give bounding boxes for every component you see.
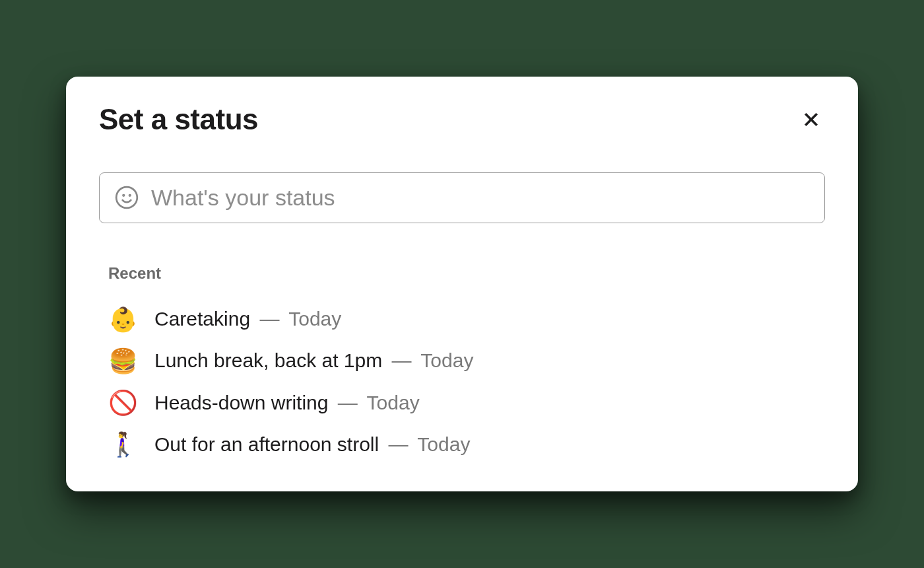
baby-icon: 👶 xyxy=(108,305,137,334)
svg-point-2 xyxy=(116,187,137,208)
recent-status-item[interactable]: 🍔 Lunch break, back at 1pm — Today xyxy=(99,340,825,382)
separator: — xyxy=(338,392,358,413)
emoji-picker-button[interactable] xyxy=(114,185,146,210)
close-button[interactable] xyxy=(797,106,825,133)
status-input[interactable] xyxy=(146,185,810,211)
recent-status-time: Today xyxy=(367,392,420,413)
recent-status-label: Caretaking xyxy=(154,308,250,330)
walking-icon: 🚶‍♀️ xyxy=(108,430,137,458)
recent-status-item[interactable]: 🚫 Heads-down writing — Today xyxy=(99,382,825,423)
recent-status-item[interactable]: 🚶‍♀️ Out for an afternoon stroll — Today xyxy=(99,423,825,465)
separator: — xyxy=(392,349,412,371)
recent-status-label: Lunch break, back at 1pm xyxy=(154,349,382,371)
hamburger-icon: 🍔 xyxy=(108,347,137,375)
recent-status-item[interactable]: 👶 Caretaking — Today xyxy=(99,299,825,340)
separator: — xyxy=(259,308,279,330)
status-input-container[interactable] xyxy=(99,172,825,223)
svg-point-4 xyxy=(129,195,131,196)
recent-status-list: 👶 Caretaking — Today 🍔 Lunch break, back… xyxy=(99,299,825,466)
svg-point-3 xyxy=(123,195,124,196)
modal-title: Set a status xyxy=(99,103,258,136)
no-entry-icon: 🚫 xyxy=(108,388,137,417)
smiley-icon xyxy=(114,185,139,210)
close-icon xyxy=(801,110,821,129)
set-status-modal: Set a status Recent 👶 Caretaking — xyxy=(66,77,858,492)
recent-status-label: Out for an afternoon stroll xyxy=(154,433,379,455)
recent-status-time: Today xyxy=(417,433,470,455)
separator: — xyxy=(389,433,409,455)
modal-header: Set a status xyxy=(99,103,825,136)
recent-status-time: Today xyxy=(288,308,341,330)
recent-status-label: Heads-down writing xyxy=(154,392,328,413)
recent-status-time: Today xyxy=(420,349,473,371)
recent-heading: Recent xyxy=(108,264,825,283)
